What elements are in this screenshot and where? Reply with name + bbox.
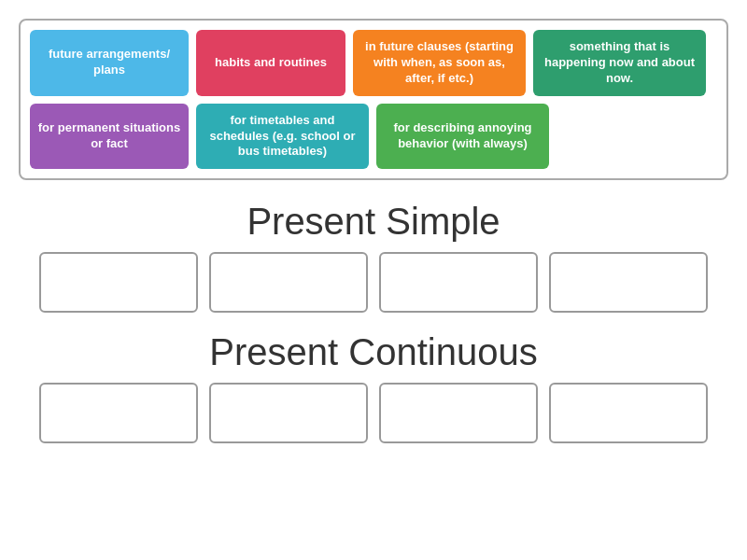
card-annoying-behavior[interactable]: for describing annoying behavior (with a… xyxy=(376,104,549,170)
present-simple-drop-3[interactable] xyxy=(379,252,538,313)
card-habits-routines[interactable]: habits and routines xyxy=(196,30,345,96)
present-simple-drop-2[interactable] xyxy=(209,252,368,313)
present-continuous-drop-3[interactable] xyxy=(379,383,538,443)
present-continuous-section: Present Continuous xyxy=(19,320,728,451)
present-simple-drop-1[interactable] xyxy=(39,252,198,313)
present-continuous-title: Present Continuous xyxy=(19,331,728,373)
card-future-arrangements[interactable]: future arrangements/ plans xyxy=(30,30,189,96)
card-permanent-situations[interactable]: for permanent situations or fact xyxy=(30,104,189,170)
cards-area: future arrangements/ plans habits and ro… xyxy=(19,19,728,180)
present-continuous-drop-row xyxy=(19,383,728,443)
present-simple-section: Present Simple xyxy=(19,189,728,320)
main-container: future arrangements/ plans habits and ro… xyxy=(0,0,747,560)
present-continuous-drop-2[interactable] xyxy=(209,383,368,443)
present-continuous-drop-1[interactable] xyxy=(39,383,198,443)
present-simple-drop-row xyxy=(19,252,728,313)
card-happening-now[interactable]: something that is happening now and abou… xyxy=(533,30,706,96)
card-future-clauses[interactable]: in future clauses (starting with when, a… xyxy=(353,30,526,96)
present-simple-drop-4[interactable] xyxy=(549,252,708,313)
card-timetables[interactable]: for timetables and schedules (e.g. schoo… xyxy=(196,104,369,170)
present-continuous-drop-4[interactable] xyxy=(549,383,708,443)
present-simple-title: Present Simple xyxy=(19,201,728,243)
